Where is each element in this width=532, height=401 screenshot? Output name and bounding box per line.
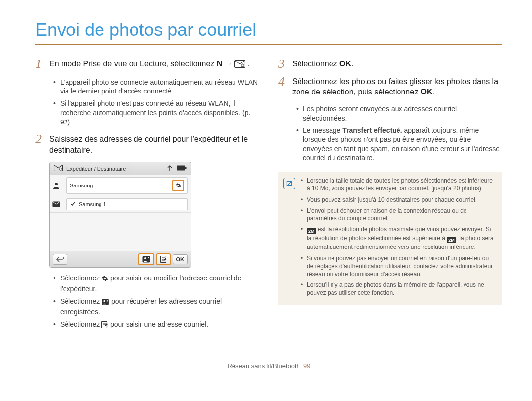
text: Sélectionnez — [60, 320, 101, 328]
signal-icon — [167, 165, 173, 172]
step1-bullet: Si l'appareil photo n'est pas connecté a… — [53, 99, 260, 127]
right-column: 3 Sélectionnez OK. 4 Sélectionnez les ph… — [278, 59, 502, 338]
from-field[interactable]: Samsung — [66, 177, 188, 194]
svg-rect-19 — [107, 300, 108, 301]
note-item: Si vous ne pouvez pas envoyer un courrie… — [301, 254, 496, 278]
page-number: 99 — [303, 362, 310, 370]
camera-footer: OK — [50, 251, 191, 267]
step1-text-1: En mode Prise de vue ou Lecture, sélecti… — [49, 60, 217, 68]
step-text: Saisissez des adresses de courriel pour … — [49, 135, 248, 154]
subbullet: Sélectionnez pour saisir ou modifier l'a… — [53, 274, 260, 294]
svg-text:@: @ — [241, 64, 244, 67]
from-value: Samsung — [70, 183, 93, 188]
step1-bullet: L'appareil photo se connecte automatique… — [53, 78, 260, 96]
step1-period: . — [248, 60, 250, 68]
camera-blank-area — [50, 213, 191, 251]
step-text: Sélectionnez les photos ou faites glisse… — [292, 77, 498, 96]
svg-point-7 — [55, 183, 58, 185]
manual-page: Envoi de photos par courriel 1 En mode P… — [0, 0, 532, 379]
text: Sélectionnez — [292, 60, 339, 68]
page-footer: Réseau sans fil/Bluetooth 99 — [35, 362, 502, 370]
content-columns: 1 En mode Prise de vue ou Lecture, sélec… — [35, 59, 502, 338]
step-number: 3 — [278, 57, 285, 71]
bullet: Les photos seront envoyées aux adresses … — [296, 104, 502, 123]
resolution-2m-icon: 2M — [447, 237, 456, 243]
camera-ui-screenshot: Expéditeur / Destinataire — [49, 162, 191, 268]
note-item: L'envoi peut échouer en raison de la con… — [301, 207, 496, 222]
note-item: Lorsque la taille totale de toutes les p… — [301, 177, 496, 192]
camera-header: Expéditeur / Destinataire — [50, 162, 191, 175]
note-icon — [283, 178, 295, 189]
checkmark-icon — [70, 201, 76, 208]
ok-bold: OK — [421, 88, 432, 96]
step-text: En mode Prise de vue ou Lecture, sélecti… — [49, 60, 250, 68]
step2-subbullets: Sélectionnez pour saisir ou modifier l'a… — [53, 274, 260, 330]
to-field[interactable]: Samsung 1 — [66, 198, 188, 210]
text: Le message — [303, 126, 342, 134]
step-number: 1 — [35, 57, 42, 71]
ok-bold: OK — [339, 60, 351, 68]
resolution-2m-icon: 2M — [307, 228, 316, 234]
from-row: Samsung — [50, 175, 191, 196]
subbullet: Sélectionnez pour saisir une adresse cou… — [53, 320, 260, 331]
compose-icon — [101, 321, 108, 331]
subbullet: Sélectionnez pour récupérer les adresses… — [53, 297, 260, 317]
battery-icon — [177, 165, 187, 172]
addressbook-button[interactable] — [138, 253, 154, 265]
svg-rect-11 — [148, 257, 149, 258]
svg-rect-20 — [107, 302, 108, 302]
text: Sélectionnez — [60, 297, 101, 305]
text: . — [432, 88, 434, 96]
arrow-text: → — [225, 60, 234, 68]
back-button[interactable] — [53, 254, 67, 265]
bold-text: Transfert effectué. — [342, 126, 402, 134]
left-column: 1 En mode Prise de vue ou Lecture, sélec… — [35, 59, 260, 338]
note-item: 2M est la résolution de photos maximale … — [301, 225, 496, 251]
note-item: Vous pouvez saisir jusqu'à 10 destinatai… — [301, 196, 496, 204]
svg-rect-5 — [177, 166, 185, 171]
text: pour saisir une adresse courriel. — [110, 320, 208, 328]
svg-point-18 — [103, 300, 105, 302]
envelope-icon — [50, 198, 63, 210]
page-title: Envoi de photos par courriel — [35, 20, 502, 45]
header-label: Expéditeur / Destinataire — [66, 166, 126, 172]
section-name: Réseau sans fil/Bluetooth — [227, 362, 299, 370]
text: . — [351, 60, 353, 68]
step-1: 1 En mode Prise de vue ou Lecture, sélec… — [35, 59, 260, 71]
step-text: Sélectionnez OK. — [292, 60, 354, 68]
ok-label: OK — [176, 256, 185, 262]
gear-button[interactable] — [172, 180, 184, 191]
compose-button[interactable] — [156, 253, 171, 265]
camera-body: Samsung — [50, 175, 191, 251]
text: Sélectionnez les photos ou faites glisse… — [292, 77, 498, 96]
email-at-icon: @ — [234, 60, 245, 71]
step1-bullets: L'appareil photo se connecte automatique… — [53, 78, 260, 127]
to-row: Samsung 1 — [50, 196, 191, 213]
step-number: 2 — [35, 132, 42, 147]
step4-bullets: Les photos seront envoyées aux adresses … — [296, 104, 502, 163]
svg-rect-12 — [148, 259, 149, 259]
step-4: 4 Sélectionnez les photos ou faites glis… — [278, 76, 502, 97]
gear-icon — [101, 275, 108, 284]
to-value: Samsung 1 — [79, 201, 106, 207]
note-item: Lorsqu'il n'y a pas de photos dans la mé… — [301, 281, 496, 297]
step-3: 3 Sélectionnez OK. — [278, 59, 502, 69]
text: Sélectionnez — [60, 274, 101, 282]
svg-point-10 — [144, 257, 146, 259]
ok-button[interactable]: OK — [173, 254, 188, 264]
note-box: Lorsque la taille totale de toutes les p… — [278, 172, 502, 305]
addressbook-icon — [101, 298, 109, 308]
mode-symbol: N — [217, 60, 223, 68]
person-icon — [50, 179, 63, 192]
step-number: 4 — [278, 74, 285, 89]
svg-rect-6 — [185, 167, 187, 169]
email-at-icon — [54, 165, 63, 172]
step-2: 2 Saisissez des adresses de courriel pou… — [35, 134, 260, 155]
bullet: Le message Transfert effectué. apparaît … — [296, 126, 502, 163]
svg-point-4 — [59, 168, 62, 171]
